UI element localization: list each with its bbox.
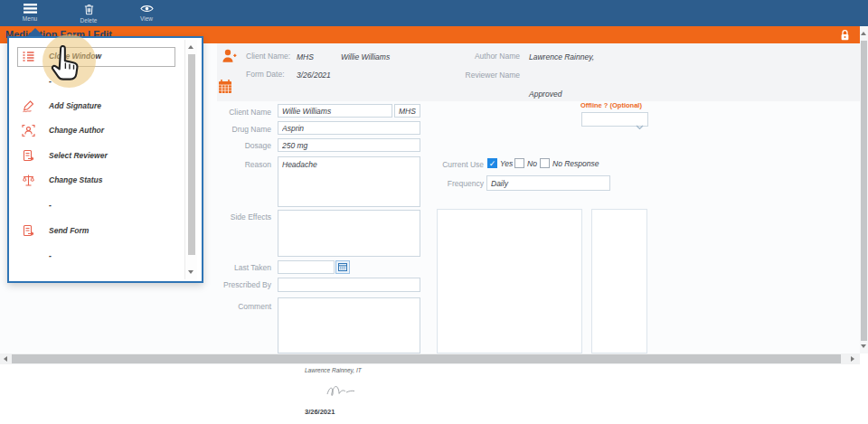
scroll-left-arrow-icon[interactable]	[4, 356, 7, 362]
header-author-label: Author Name	[448, 52, 520, 61]
frequency-input[interactable]	[486, 175, 610, 191]
trash-icon	[83, 4, 95, 15]
footer-date: 3/26/2021	[305, 408, 335, 416]
datepicker-calendar-icon	[338, 263, 347, 271]
notes-box-left[interactable]	[437, 209, 582, 353]
current-use-no-checkbox[interactable]	[514, 158, 524, 168]
frequency-label: Frequency	[425, 179, 484, 188]
header-author-name: Lawrence Rainney,	[529, 52, 594, 61]
signature-pen-icon	[22, 99, 35, 113]
menu-item-label: Send Form	[49, 226, 89, 235]
client-code-input[interactable]	[394, 104, 420, 118]
menu-item-select-reviewer[interactable]: Select Reviewer	[22, 147, 108, 164]
app-window: Menu Delete View Medication Form | Edit …	[0, 0, 868, 424]
header-status: Approved	[529, 90, 561, 99]
menu-button[interactable]: Menu	[13, 2, 47, 25]
menu-dropdown: Close Window - Add Signature Change Auth…	[7, 36, 203, 283]
client-name-label: Client Name	[213, 108, 271, 117]
prescribed-by-input[interactable]	[278, 278, 420, 292]
menu-item-label: Change Status	[49, 175, 103, 184]
vertical-scrollbar-thumb[interactable]	[861, 41, 867, 341]
person-brackets-icon	[22, 124, 35, 137]
last-taken-datepicker-button[interactable]	[335, 260, 350, 274]
reason-textarea[interactable]: Headache	[278, 156, 420, 207]
delete-button[interactable]: Delete	[69, 2, 108, 25]
header-client-code: MHS	[297, 52, 314, 61]
menu-item-label: Add Signature	[49, 101, 101, 110]
current-use-yes-checkbox[interactable]: ✓	[487, 158, 497, 168]
scroll-down-arrow-icon[interactable]	[861, 344, 866, 348]
hamburger-icon	[24, 4, 37, 14]
document-arrow-icon	[22, 224, 35, 238]
last-taken-input[interactable]	[278, 260, 335, 274]
view-button[interactable]: View	[128, 2, 165, 25]
drug-name-label: Drug Name	[213, 125, 271, 134]
header-reviewer-label: Reviewer Name	[448, 71, 520, 80]
horizontal-scrollbar-thumb[interactable]	[12, 354, 841, 363]
menu-item-label: Change Author	[49, 126, 104, 135]
current-use-noresponse-label: No Response	[552, 159, 599, 168]
dosage-label: Dosage	[213, 141, 271, 150]
horizontal-scrollbar[interactable]	[0, 353, 860, 364]
menu-button-label: Menu	[13, 15, 47, 22]
current-use-label: Current Use	[425, 160, 484, 169]
calendar-icon	[218, 79, 232, 98]
menu-item-change-status[interactable]: Change Status	[22, 172, 103, 188]
offline-optional-label: Offline ? (Optional)	[580, 101, 642, 109]
hand-cursor-icon	[48, 45, 80, 87]
menu-scrollbar[interactable]	[184, 40, 197, 279]
header-client-name: Willie Williams	[341, 52, 390, 61]
view-button-label: View	[128, 15, 165, 22]
signature-scribble	[324, 381, 360, 404]
header-form-date: 3/26/2021	[297, 71, 331, 80]
menu-scrollbar-thumb[interactable]	[188, 54, 195, 255]
offline-select[interactable]	[581, 112, 648, 127]
comment-textarea[interactable]	[278, 297, 420, 353]
menu-item-label: Select Reviewer	[49, 151, 108, 160]
prescribed-by-label: Prescribed By	[213, 280, 271, 289]
chevron-down-icon	[636, 118, 644, 134]
header-form-date-label: Form Date:	[246, 70, 285, 79]
current-use-yes-label: Yes	[500, 159, 513, 168]
menu-scroll-down-icon[interactable]	[188, 270, 193, 274]
menu-separator: -	[22, 197, 52, 213]
dosage-input[interactable]	[278, 138, 420, 152]
menu-item-add-signature[interactable]: Add Signature	[22, 98, 101, 114]
side-effects-textarea[interactable]	[278, 210, 420, 257]
document-arrow-icon	[22, 149, 35, 163]
menu-scroll-up-icon[interactable]	[188, 45, 193, 49]
top-toolbar: Menu Delete View	[0, 0, 868, 26]
notes-box-right[interactable]	[591, 209, 647, 353]
footer-signer-text: Lawrence Rainney, IT	[305, 367, 362, 373]
scroll-up-arrow-icon[interactable]	[861, 32, 866, 35]
last-taken-label: Last Taken	[213, 263, 271, 272]
drug-name-input[interactable]	[278, 121, 420, 135]
menu-separator: -	[22, 248, 52, 264]
client-name-input[interactable]	[278, 104, 392, 118]
vertical-scrollbar[interactable]	[860, 26, 868, 353]
scroll-right-arrow-icon[interactable]	[851, 356, 854, 362]
reason-label: Reason	[213, 160, 271, 169]
delete-button-label: Delete	[69, 17, 108, 24]
scales-icon	[22, 174, 35, 187]
client-person-icon	[222, 48, 237, 69]
current-use-no-label: No	[527, 159, 537, 168]
menu-separator-label: -	[49, 251, 52, 260]
menu-item-change-author[interactable]: Change Author	[22, 122, 104, 138]
list-icon	[22, 50, 35, 63]
current-use-noresponse-checkbox[interactable]	[540, 158, 550, 168]
menu-item-send-form[interactable]: Send Form	[22, 222, 89, 239]
eye-icon	[140, 4, 154, 14]
menu-separator-label: -	[49, 201, 52, 210]
menu-caret	[27, 28, 43, 36]
comment-label: Comment	[213, 302, 271, 311]
side-effects-label: Side Effects	[213, 212, 271, 221]
header-client-name-label: Client Name:	[246, 52, 290, 61]
